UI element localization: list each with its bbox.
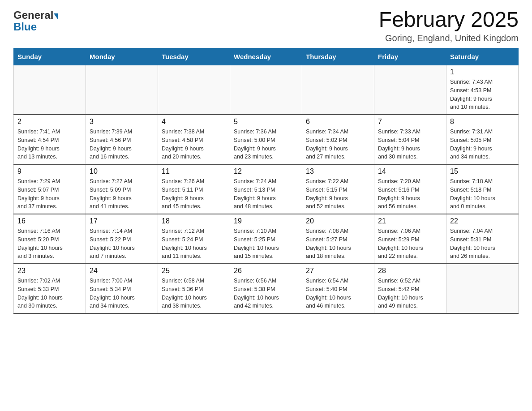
day-number: 5 xyxy=(234,118,298,126)
header-saturday: Saturday xyxy=(446,48,519,65)
table-row xyxy=(374,65,446,115)
day-number: 24 xyxy=(90,267,154,275)
table-row: 6Sunrise: 7:34 AM Sunset: 5:02 PM Daylig… xyxy=(302,115,374,164)
day-info: Sunrise: 7:06 AM Sunset: 5:29 PM Dayligh… xyxy=(378,227,442,261)
table-row: 3Sunrise: 7:39 AM Sunset: 4:56 PM Daylig… xyxy=(86,115,158,164)
table-row: 4Sunrise: 7:38 AM Sunset: 4:58 PM Daylig… xyxy=(158,115,230,164)
table-row: 8Sunrise: 7:31 AM Sunset: 5:05 PM Daylig… xyxy=(446,115,519,164)
day-info: Sunrise: 7:04 AM Sunset: 5:31 PM Dayligh… xyxy=(450,227,515,261)
header-friday: Friday xyxy=(374,48,446,65)
day-number: 28 xyxy=(378,267,442,275)
day-info: Sunrise: 6:54 AM Sunset: 5:40 PM Dayligh… xyxy=(306,277,370,310)
day-number: 19 xyxy=(234,217,298,225)
day-number: 26 xyxy=(234,267,298,275)
header-sunday: Sunday xyxy=(14,48,86,65)
day-number: 8 xyxy=(450,118,515,126)
header-thursday: Thursday xyxy=(302,48,374,65)
day-info: Sunrise: 7:24 AM Sunset: 5:13 PM Dayligh… xyxy=(234,177,298,211)
table-row xyxy=(14,65,86,115)
day-info: Sunrise: 7:43 AM Sunset: 4:53 PM Dayligh… xyxy=(450,78,515,111)
day-info: Sunrise: 6:58 AM Sunset: 5:36 PM Dayligh… xyxy=(162,277,226,310)
day-info: Sunrise: 7:20 AM Sunset: 5:16 PM Dayligh… xyxy=(378,177,442,211)
day-number: 10 xyxy=(90,167,154,176)
table-row: 28Sunrise: 6:52 AM Sunset: 5:42 PM Dayli… xyxy=(374,264,446,313)
logo: General Blue xyxy=(13,9,58,33)
table-row: 22Sunrise: 7:04 AM Sunset: 5:31 PM Dayli… xyxy=(446,214,519,264)
day-number: 3 xyxy=(90,118,154,126)
day-number: 18 xyxy=(162,217,226,225)
day-info: Sunrise: 7:02 AM Sunset: 5:33 PM Dayligh… xyxy=(17,277,82,310)
table-row xyxy=(86,65,158,115)
table-row xyxy=(302,65,374,115)
day-info: Sunrise: 7:14 AM Sunset: 5:22 PM Dayligh… xyxy=(90,227,154,261)
table-row: 24Sunrise: 7:00 AM Sunset: 5:34 PM Dayli… xyxy=(86,264,158,313)
day-number: 13 xyxy=(306,167,370,176)
day-number: 15 xyxy=(450,167,515,176)
table-row: 14Sunrise: 7:20 AM Sunset: 5:16 PM Dayli… xyxy=(374,164,446,214)
calendar-header-row: Sunday Monday Tuesday Wednesday Thursday… xyxy=(14,48,519,65)
location: Goring, England, United Kingdom xyxy=(379,33,519,43)
table-row: 10Sunrise: 7:27 AM Sunset: 5:09 PM Dayli… xyxy=(86,164,158,214)
day-info: Sunrise: 6:56 AM Sunset: 5:38 PM Dayligh… xyxy=(234,277,298,310)
table-row: 18Sunrise: 7:12 AM Sunset: 5:24 PM Dayli… xyxy=(158,214,230,264)
day-info: Sunrise: 7:12 AM Sunset: 5:24 PM Dayligh… xyxy=(162,227,226,261)
calendar-week-3: 9Sunrise: 7:29 AM Sunset: 5:07 PM Daylig… xyxy=(14,164,519,214)
page-header: General Blue February 2025 Goring, Engla… xyxy=(13,9,519,43)
day-number: 27 xyxy=(306,267,370,275)
day-info: Sunrise: 7:36 AM Sunset: 5:00 PM Dayligh… xyxy=(234,128,298,161)
table-row: 7Sunrise: 7:33 AM Sunset: 5:04 PM Daylig… xyxy=(374,115,446,164)
day-info: Sunrise: 7:31 AM Sunset: 5:05 PM Dayligh… xyxy=(450,128,515,161)
day-number: 4 xyxy=(162,118,226,126)
day-number: 1 xyxy=(450,68,515,76)
day-number: 12 xyxy=(234,167,298,176)
calendar-week-1: 1Sunrise: 7:43 AM Sunset: 4:53 PM Daylig… xyxy=(14,65,519,115)
day-info: Sunrise: 7:18 AM Sunset: 5:18 PM Dayligh… xyxy=(450,177,515,211)
table-row: 16Sunrise: 7:16 AM Sunset: 5:20 PM Dayli… xyxy=(14,214,86,264)
logo-general-text: General xyxy=(13,9,53,21)
table-row: 27Sunrise: 6:54 AM Sunset: 5:40 PM Dayli… xyxy=(302,264,374,313)
table-row: 5Sunrise: 7:36 AM Sunset: 5:00 PM Daylig… xyxy=(230,115,302,164)
day-info: Sunrise: 7:39 AM Sunset: 4:56 PM Dayligh… xyxy=(90,128,154,161)
table-row: 12Sunrise: 7:24 AM Sunset: 5:13 PM Dayli… xyxy=(230,164,302,214)
month-title: February 2025 xyxy=(379,9,519,30)
table-row: 1Sunrise: 7:43 AM Sunset: 4:53 PM Daylig… xyxy=(446,65,519,115)
day-number: 17 xyxy=(90,217,154,225)
table-row: 15Sunrise: 7:18 AM Sunset: 5:18 PM Dayli… xyxy=(446,164,519,214)
logo-blue-text: Blue xyxy=(13,21,37,33)
table-row: 20Sunrise: 7:08 AM Sunset: 5:27 PM Dayli… xyxy=(302,214,374,264)
calendar-week-2: 2Sunrise: 7:41 AM Sunset: 4:54 PM Daylig… xyxy=(14,115,519,164)
table-row: 9Sunrise: 7:29 AM Sunset: 5:07 PM Daylig… xyxy=(14,164,86,214)
day-number: 21 xyxy=(378,217,442,225)
day-number: 16 xyxy=(17,217,82,225)
table-row xyxy=(230,65,302,115)
day-number: 23 xyxy=(17,267,82,275)
table-row: 19Sunrise: 7:10 AM Sunset: 5:25 PM Dayli… xyxy=(230,214,302,264)
logo-arrow-icon xyxy=(54,13,58,19)
table-row xyxy=(158,65,230,115)
table-row: 23Sunrise: 7:02 AM Sunset: 5:33 PM Dayli… xyxy=(14,264,86,313)
table-row: 13Sunrise: 7:22 AM Sunset: 5:15 PM Dayli… xyxy=(302,164,374,214)
day-number: 20 xyxy=(306,217,370,225)
calendar-week-4: 16Sunrise: 7:16 AM Sunset: 5:20 PM Dayli… xyxy=(14,214,519,264)
day-info: Sunrise: 7:08 AM Sunset: 5:27 PM Dayligh… xyxy=(306,227,370,261)
day-number: 9 xyxy=(17,167,82,176)
day-info: Sunrise: 7:33 AM Sunset: 5:04 PM Dayligh… xyxy=(378,128,442,161)
day-number: 25 xyxy=(162,267,226,275)
day-number: 14 xyxy=(378,167,442,176)
day-info: Sunrise: 7:00 AM Sunset: 5:34 PM Dayligh… xyxy=(90,277,154,310)
calendar-table: Sunday Monday Tuesday Wednesday Thursday… xyxy=(13,48,519,314)
table-row: 26Sunrise: 6:56 AM Sunset: 5:38 PM Dayli… xyxy=(230,264,302,313)
day-info: Sunrise: 7:10 AM Sunset: 5:25 PM Dayligh… xyxy=(234,227,298,261)
header-monday: Monday xyxy=(86,48,158,65)
calendar-week-5: 23Sunrise: 7:02 AM Sunset: 5:33 PM Dayli… xyxy=(14,264,519,313)
title-area: February 2025 Goring, England, United Ki… xyxy=(379,9,519,43)
table-row: 11Sunrise: 7:26 AM Sunset: 5:11 PM Dayli… xyxy=(158,164,230,214)
day-info: Sunrise: 7:16 AM Sunset: 5:20 PM Dayligh… xyxy=(17,227,82,261)
day-number: 22 xyxy=(450,217,515,225)
day-info: Sunrise: 7:41 AM Sunset: 4:54 PM Dayligh… xyxy=(17,128,82,161)
day-info: Sunrise: 7:27 AM Sunset: 5:09 PM Dayligh… xyxy=(90,177,154,211)
day-info: Sunrise: 7:38 AM Sunset: 4:58 PM Dayligh… xyxy=(162,128,226,161)
table-row: 2Sunrise: 7:41 AM Sunset: 4:54 PM Daylig… xyxy=(14,115,86,164)
table-row: 17Sunrise: 7:14 AM Sunset: 5:22 PM Dayli… xyxy=(86,214,158,264)
day-number: 6 xyxy=(306,118,370,126)
